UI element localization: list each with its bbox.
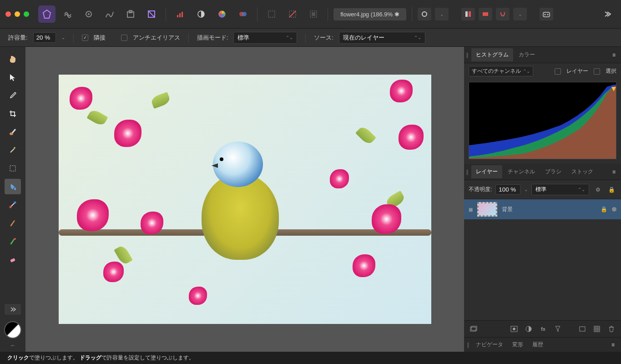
svg-rect-26 [10, 166, 15, 171]
svg-rect-20 [469, 11, 471, 17]
add-layer-button[interactable] [577, 324, 587, 334]
add-live-filter-button[interactable] [553, 324, 563, 334]
tolerance-input[interactable] [33, 32, 56, 43]
tab-histogram[interactable]: ヒストグラム [471, 48, 513, 61]
source-select[interactable]: 現在のレイヤー⌃⌄ [339, 32, 425, 44]
paint-mixer-brush-tool[interactable] [5, 233, 21, 249]
svg-marker-0 [43, 10, 50, 18]
canvas-viewport[interactable] [25, 47, 464, 352]
blend-mode-select[interactable]: 標準⌃⌄ [531, 184, 589, 195]
maximize-window-button[interactable] [24, 11, 29, 17]
liquify-persona-button[interactable] [59, 5, 76, 23]
contiguous-checkbox[interactable] [82, 35, 88, 41]
quick-mask-button[interactable] [418, 8, 431, 20]
panel-drag-handle[interactable]: ∥ [466, 52, 470, 58]
view-tool[interactable] [5, 51, 21, 67]
svg-rect-21 [483, 12, 488, 16]
layer-controls: 不透明度: ⌄ 標準⌃⌄ ⚙ 🔒 [464, 180, 621, 199]
canvas-image [59, 75, 431, 324]
tab-history[interactable]: 履歴 [528, 338, 548, 351]
assistant-button[interactable] [540, 8, 553, 20]
svg-point-2 [88, 13, 90, 15]
antialias-label: アンチエイリアス [133, 34, 180, 42]
add-adjustment-button[interactable] [524, 324, 534, 334]
auto-colors-button[interactable] [213, 5, 231, 23]
layer-row-background[interactable]: ▦ 背景 🔒 [464, 199, 621, 219]
opacity-stepper[interactable]: ⌄ [524, 187, 528, 192]
erase-tool[interactable] [5, 252, 21, 267]
tab-color[interactable]: カラー [514, 48, 540, 61]
antialias-checkbox[interactable] [121, 35, 127, 41]
add-fx-button[interactable]: fx [538, 324, 548, 334]
toggle-mirror-button[interactable] [479, 8, 492, 20]
quick-mask-dropdown[interactable]: ⌄ [435, 8, 449, 20]
tab-stock[interactable]: ストック [567, 165, 598, 178]
svg-point-30 [14, 238, 16, 240]
marquee-tool[interactable] [5, 161, 21, 176]
invert-selection-button[interactable] [305, 5, 322, 23]
astro-persona-button[interactable] [143, 5, 160, 23]
auto-levels-button[interactable] [172, 5, 189, 23]
histogram-layer-checkbox[interactable] [555, 68, 561, 75]
layer-visibility-checker-icon[interactable]: ▦ [469, 207, 473, 212]
context-toolbar: 許容量: ⌄ 隣接 アンチエイリアス 描画モード: 標準⌃⌄ ソース: 現在のレ… [0, 29, 621, 47]
layer-lock-indicator-icon[interactable]: 🔒 [601, 206, 607, 212]
toggle-split-button[interactable] [461, 8, 475, 20]
layer-settings-icon[interactable]: ⚙ [593, 185, 603, 194]
tone-map-persona-button[interactable] [101, 5, 118, 23]
merge-layer-button[interactable] [592, 324, 602, 334]
draw-mode-select[interactable]: 標準⌃⌄ [233, 32, 297, 44]
histogram-panel-menu[interactable]: ≡ [609, 52, 619, 58]
select-all-button[interactable] [263, 5, 280, 23]
layer-thumbnail[interactable] [477, 202, 497, 217]
delete-layer-button[interactable] [606, 324, 616, 334]
paint-brush-tool[interactable] [5, 215, 21, 231]
crop-tool[interactable] [5, 106, 21, 121]
layer-group-button[interactable] [469, 324, 479, 334]
auto-white-balance-button[interactable] [234, 5, 252, 23]
deselect-button[interactable] [284, 5, 301, 23]
close-window-button[interactable] [5, 11, 11, 17]
opacity-input[interactable] [495, 184, 520, 195]
overflow-menu-button[interactable] [598, 5, 616, 23]
tab-brushes[interactable]: ブラシ [540, 165, 566, 178]
tab-navigator[interactable]: ナビゲータ [471, 338, 508, 351]
tolerance-stepper[interactable]: ⌄ [61, 35, 65, 40]
histogram-channel-select[interactable]: すべてのチャンネル ⌃⌄ [469, 66, 533, 76]
histogram-selection-checkbox[interactable] [594, 68, 600, 75]
svg-rect-17 [312, 12, 315, 16]
color-picker-tool[interactable] [5, 88, 21, 103]
color-swatch[interactable] [4, 321, 21, 339]
move-tool[interactable] [5, 70, 21, 85]
magic-wand-tool[interactable] [5, 142, 21, 158]
gradient-tool[interactable] [5, 197, 21, 212]
develop-persona-button[interactable] [80, 5, 97, 23]
selection-brush-tool[interactable] [5, 124, 21, 140]
tools-expand-button[interactable] [5, 304, 21, 315]
auto-contrast-button[interactable] [192, 5, 210, 23]
svg-point-28 [10, 206, 12, 208]
export-persona-button[interactable] [122, 5, 139, 23]
tab-channels[interactable]: チャンネル [503, 165, 540, 178]
panel-drag-handle[interactable]: ∥ [466, 169, 470, 175]
layers-panel-menu[interactable]: ≡ [609, 169, 619, 175]
svg-rect-6 [177, 15, 178, 17]
snapping-button[interactable] [496, 8, 510, 20]
document-title[interactable]: flower4.jpg (186.9% ✱ [333, 8, 406, 20]
panel-drag-handle[interactable]: ∥ [467, 342, 471, 348]
layer-visibility-dot-icon[interactable] [612, 207, 616, 212]
minimize-window-button[interactable] [15, 11, 20, 17]
right-studio: ∥ ヒストグラム カラー ≡ すべてのチャンネル ⌃⌄ レイヤー 選択 ∥ レイ… [464, 47, 621, 352]
tab-transform[interactable]: 変形 [508, 338, 528, 351]
svg-line-15 [289, 11, 296, 17]
flood-fill-tool[interactable] [5, 179, 21, 194]
layer-lock-icon[interactable]: 🔒 [606, 185, 616, 194]
swap-colors-icon[interactable]: ⤺ [11, 343, 15, 348]
tab-layers[interactable]: レイヤー [471, 165, 502, 178]
photo-persona-button[interactable] [38, 5, 56, 23]
snapping-dropdown[interactable]: ⌄ [513, 8, 527, 20]
svg-rect-38 [580, 327, 585, 331]
histogram-display [469, 82, 616, 159]
add-mask-button[interactable] [509, 324, 519, 334]
bottom-panel-menu[interactable]: ≡ [608, 342, 618, 348]
